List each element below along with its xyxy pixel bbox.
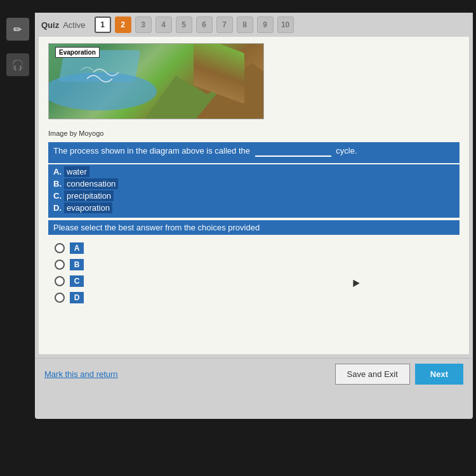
quiz-screen: Quiz Active 1 2 3 4 5 6 7 8 9 10 — [35, 13, 473, 419]
question-num-10[interactable]: 10 — [277, 17, 294, 33]
radio-c-label: C — [70, 275, 84, 287]
active-label: Active — [63, 20, 85, 30]
bottom-buttons: Save and Exit Next — [335, 364, 463, 385]
question-num-4[interactable]: 4 — [155, 17, 172, 33]
diagram-image: Evaporation — [48, 43, 264, 126]
radio-a-circle[interactable] — [55, 243, 65, 253]
question-text: The process shown in the diagram above i… — [53, 146, 454, 157]
instruction-block: Please select the best answer from the c… — [48, 220, 459, 235]
svg-marker-2 — [195, 63, 264, 119]
top-bar: Quiz Active 1 2 3 4 5 6 7 8 9 10 — [35, 13, 473, 37]
radio-c-circle[interactable] — [55, 276, 65, 286]
radio-b-label: B — [70, 259, 84, 270]
bottom-bar: Mark this and return Save and Exit Next — [35, 358, 473, 390]
radio-a-label: A — [70, 242, 84, 254]
choice-a: A. water — [53, 166, 454, 178]
question-num-5[interactable]: 5 — [176, 17, 192, 33]
question-num-8[interactable]: 8 — [237, 17, 253, 33]
save-exit-button[interactable]: Save and Exit — [335, 364, 410, 385]
radio-d-circle[interactable] — [55, 293, 65, 303]
choices-block: A. water B. condensation C. precipitatio… — [48, 164, 459, 218]
radio-option-b[interactable]: B — [55, 259, 459, 270]
question-num-7[interactable]: 7 — [216, 17, 233, 33]
radio-option-a[interactable]: A — [55, 242, 459, 254]
pencil-icon[interactable]: ✏ — [6, 18, 29, 41]
blank-line — [255, 146, 331, 157]
choice-d: D. evaporation — [53, 202, 454, 214]
question-num-2[interactable]: 2 — [115, 17, 131, 33]
radio-d-label: D — [70, 292, 84, 303]
radio-option-c[interactable]: C — [55, 275, 459, 287]
question-num-1[interactable]: 1 — [95, 17, 111, 33]
question-num-6[interactable]: 6 — [196, 17, 213, 33]
headphones-icon[interactable]: 🎧 — [6, 53, 29, 76]
svg-point-0 — [49, 72, 157, 110]
radio-group: A B C D — [48, 242, 459, 303]
quiz-label: Quiz — [41, 20, 59, 30]
question-block: The process shown in the diagram above i… — [48, 142, 459, 163]
mark-return-link[interactable]: Mark this and return — [44, 369, 118, 379]
evaporation-diagram: Evaporation — [48, 43, 264, 119]
choice-c: C. precipitation — [53, 190, 454, 202]
choice-b: B. condensation — [53, 178, 454, 190]
image-credit: Image by Moyogo — [48, 129, 459, 137]
question-num-9[interactable]: 9 — [257, 17, 274, 33]
question-num-3[interactable]: 3 — [135, 17, 152, 33]
content-area: Evaporation Image by Moyogo The process … — [39, 37, 469, 354]
radio-option-d[interactable]: D — [55, 292, 459, 303]
next-button[interactable]: Next — [415, 364, 463, 385]
evaporation-label: Evaporation — [55, 47, 100, 58]
radio-b-circle[interactable] — [55, 260, 65, 270]
